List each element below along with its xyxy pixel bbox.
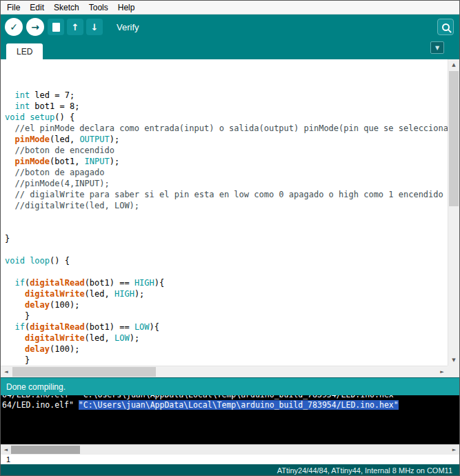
scroll-up-button[interactable]: ▲ (448, 59, 459, 70)
status-message: Done compiling. (6, 382, 66, 392)
verify-button[interactable]: ✓ (5, 18, 23, 36)
tab-led[interactable]: LED (6, 43, 43, 59)
scrollbar-corner (448, 366, 459, 377)
editor-vertical-scrollbar[interactable]: ▲ ▼ (448, 59, 459, 366)
tab-bar: LED ▼ (1, 39, 459, 59)
horizontal-scroll-thumb[interactable] (12, 367, 156, 377)
compile-status-bar: Done compiling. (1, 377, 459, 395)
arduino-ide-window: File Edit Sketch Tools Help ✓ → ↑ ↓ Veri… (0, 0, 460, 476)
scroll-right-button[interactable]: ► (437, 366, 448, 377)
console-text: 64/LED.ino.elf" (2, 400, 79, 410)
chevron-down-icon: ▼ (435, 45, 439, 51)
menu-edit[interactable]: Edit (25, 1, 49, 14)
menu-help[interactable]: Help (113, 1, 140, 14)
up-arrow-icon: ↑ (72, 23, 79, 32)
menu-tools[interactable]: Tools (84, 1, 113, 14)
toolbar-hover-label: Verify (117, 22, 139, 32)
new-document-icon (52, 23, 60, 32)
toolbar: ✓ → ↑ ↓ Verify (1, 14, 459, 39)
menu-file[interactable]: File (2, 1, 25, 14)
save-button[interactable]: ↓ (86, 19, 103, 35)
upload-button[interactable]: → (26, 18, 44, 36)
scroll-down-button[interactable]: ▼ (448, 355, 459, 366)
check-icon: ✓ (10, 22, 18, 32)
right-arrow-icon: → (31, 22, 39, 32)
code-editor[interactable]: int led = 7; int bot1 = 8;void setup() {… (1, 59, 448, 366)
editor-zone: int led = 7; int bot1 = 8;void setup() {… (1, 59, 459, 377)
down-arrow-icon: ↓ (91, 23, 99, 32)
line-number-strip: 1 (1, 455, 459, 464)
editor-horizontal-scrollbar[interactable]: ◄ ► (1, 366, 448, 377)
line-number: 1 (6, 455, 10, 464)
vertical-scroll-thumb[interactable] (449, 71, 459, 206)
magnifier-icon (442, 23, 450, 31)
board-status-bar: ATtiny24/44/84, ATtiny44, Internal 8 MHz… (1, 464, 459, 476)
console-horizontal-scrollbar[interactable]: ◄ ► (1, 444, 459, 455)
console-selected-text: "C:\Users\juan\AppData\Local\Temp\arduin… (79, 400, 399, 410)
open-button[interactable]: ↑ (67, 19, 83, 35)
console-scroll-right-button[interactable]: ► (449, 445, 459, 455)
console-scroll-left-button[interactable]: ◄ (1, 445, 11, 455)
console-scroll-thumb[interactable] (11, 446, 80, 454)
console-output[interactable]: 64/LED.ino.elf" "C:\Users\juan\AppData\L… (1, 395, 459, 444)
serial-monitor-button[interactable] (437, 19, 454, 35)
code-lines: int led = 7; int bot1 = 8;void setup() {… (5, 90, 448, 366)
new-sketch-button[interactable] (48, 19, 64, 35)
tab-list-button[interactable]: ▼ (430, 41, 444, 54)
board-info: ATtiny24/44/84, ATtiny44, Internal 8 MHz… (277, 466, 452, 475)
menu-sketch[interactable]: Sketch (49, 1, 84, 14)
menubar: File Edit Sketch Tools Help (1, 1, 459, 14)
console-line: 64/LED.ino.elf" "C:\Users\juan\AppData\L… (2, 400, 459, 410)
scroll-left-button[interactable]: ◄ (1, 366, 12, 377)
console-clipped-line: 64/LED.ino.elf" "C:\Users\juan\AppData\L… (2, 395, 459, 400)
